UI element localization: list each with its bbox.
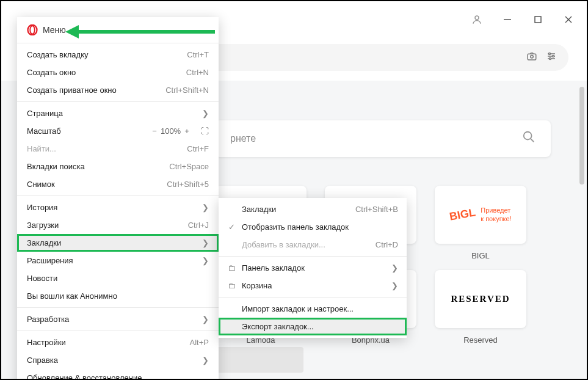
menu-header: Меню bbox=[17, 17, 219, 40]
svg-rect-2 bbox=[535, 16, 541, 23]
svg-point-6 bbox=[531, 56, 534, 59]
submenu-trash[interactable]: 🗀Корзина❯ bbox=[219, 277, 407, 294]
svg-point-11 bbox=[553, 56, 554, 57]
menu-logged-as[interactable]: Вы вошли как Анонимно bbox=[17, 287, 219, 305]
menu-new-window[interactable]: Создать окноCtrl+N bbox=[17, 64, 219, 81]
bigl-logo: BIGL bbox=[449, 206, 477, 223]
submenu-import[interactable]: Импорт закладок и настроек... bbox=[219, 300, 407, 318]
menu-downloads[interactable]: ЗагрузкиCtrl+J bbox=[17, 216, 219, 234]
svg-point-10 bbox=[549, 53, 551, 55]
svg-point-16 bbox=[30, 26, 35, 34]
menu-find[interactable]: Найти...Ctrl+F bbox=[17, 140, 219, 158]
bigl-tagline: Приведет bbox=[481, 206, 511, 214]
minimize-button[interactable] bbox=[501, 13, 514, 26]
menu-page[interactable]: Страница❯ bbox=[17, 104, 219, 122]
reserved-logo: RESERVED bbox=[451, 294, 510, 304]
tile-bigl[interactable]: BIGL Приведет к покупке! bbox=[435, 186, 526, 244]
search-icon bbox=[522, 130, 535, 147]
menu-zoom[interactable]: Масштаб− 100% + ⛶ bbox=[17, 122, 219, 140]
menu-settings[interactable]: НастройкиAlt+P bbox=[17, 334, 219, 351]
chevron-right-icon: ❯ bbox=[391, 281, 398, 290]
tile-reserved[interactable]: RESERVED bbox=[435, 270, 526, 328]
folder-icon: 🗀 bbox=[227, 281, 236, 290]
menu-search-tabs[interactable]: Вкладки поискаCtrl+Space bbox=[17, 158, 219, 175]
tile-label: Reserved bbox=[463, 335, 498, 345]
chevron-right-icon: ❯ bbox=[202, 238, 209, 247]
check-icon: ✓ bbox=[227, 222, 236, 232]
menu-help[interactable]: Справка❯ bbox=[17, 351, 219, 369]
chevron-right-icon: ❯ bbox=[202, 315, 209, 324]
opera-icon bbox=[27, 24, 38, 35]
camera-icon[interactable] bbox=[526, 51, 537, 64]
submenu-bookmarks[interactable]: ЗакладкиCtrl+Shift+B bbox=[219, 200, 407, 218]
menu-bookmarks[interactable]: Закладки❯ bbox=[17, 234, 219, 252]
menu-update[interactable]: Обновление & восстановление... bbox=[17, 369, 219, 380]
search-box[interactable]: рнете bbox=[215, 120, 551, 157]
svg-point-15 bbox=[28, 25, 37, 35]
chevron-right-icon: ❯ bbox=[202, 109, 209, 118]
menu-title: Меню bbox=[43, 25, 66, 35]
svg-rect-5 bbox=[528, 54, 536, 60]
menu-history[interactable]: История❯ bbox=[17, 199, 219, 216]
menu-news[interactable]: Новости bbox=[17, 269, 219, 287]
bigl-tagline: к покупке! bbox=[481, 215, 511, 223]
svg-point-12 bbox=[550, 58, 551, 60]
scrollbar[interactable] bbox=[579, 87, 584, 185]
chevron-right-icon: ❯ bbox=[202, 356, 209, 365]
gray-button[interactable] bbox=[215, 347, 303, 373]
bookmarks-submenu: ЗакладкиCtrl+Shift+B ✓Отобразить панель … bbox=[219, 198, 407, 338]
maximize-button[interactable] bbox=[532, 13, 544, 26]
close-button[interactable] bbox=[562, 13, 575, 26]
chevron-right-icon: ❯ bbox=[391, 263, 398, 272]
easy-setup-icon[interactable] bbox=[546, 51, 556, 64]
svg-line-14 bbox=[531, 139, 534, 142]
menu-developer[interactable]: Разработка❯ bbox=[17, 310, 219, 328]
menu-new-tab[interactable]: Создать вкладкуCtrl+T bbox=[17, 46, 219, 64]
svg-point-13 bbox=[524, 132, 532, 140]
menu-extensions[interactable]: Расширения❯ bbox=[17, 252, 219, 269]
submenu-bookmarks-bar[interactable]: 🗀Панель закладок❯ bbox=[219, 259, 407, 277]
fullscreen-icon: ⛶ bbox=[201, 126, 209, 136]
svg-point-0 bbox=[475, 16, 479, 20]
main-menu: Меню Создать вкладкуCtrl+T Создать окноC… bbox=[17, 17, 219, 380]
submenu-export[interactable]: Экспорт закладок... bbox=[219, 318, 407, 335]
chevron-right-icon: ❯ bbox=[202, 203, 209, 212]
submenu-show-bar[interactable]: ✓Отобразить панель закладок bbox=[219, 218, 407, 236]
menu-new-private[interactable]: Создать приватное окноCtrl+Shift+N bbox=[17, 81, 219, 99]
chevron-right-icon: ❯ bbox=[202, 256, 209, 265]
folder-icon: 🗀 bbox=[227, 263, 236, 272]
menu-snapshot[interactable]: СнимокCtrl+Shift+5 bbox=[17, 175, 219, 193]
search-placeholder: рнете bbox=[230, 133, 522, 144]
submenu-add[interactable]: Добавить в закладки...Ctrl+D bbox=[219, 236, 407, 254]
account-icon[interactable] bbox=[471, 13, 483, 26]
tile-label: BIGL bbox=[471, 251, 490, 260]
